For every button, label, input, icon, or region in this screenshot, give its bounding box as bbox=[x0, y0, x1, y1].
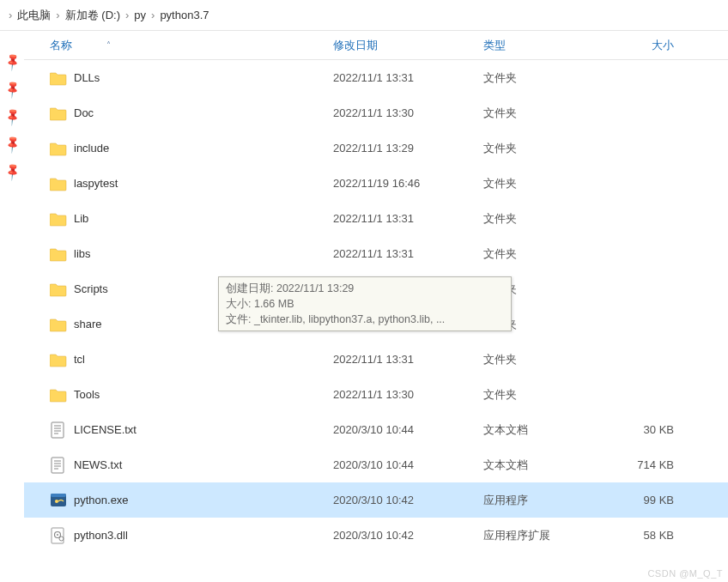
file-name-cell[interactable]: DLLs bbox=[50, 70, 333, 87]
crumb-item[interactable]: 新加卷 (D:) bbox=[65, 8, 120, 23]
file-row[interactable]: include2022/11/1 13:29文件夹 bbox=[24, 130, 728, 166]
file-type: 文件夹 bbox=[483, 70, 604, 86]
file-name: tcl bbox=[74, 353, 85, 366]
pin-icon[interactable]: 📌 bbox=[2, 106, 21, 126]
dll-icon bbox=[50, 527, 67, 544]
file-name-cell[interactable]: LICENSE.txt bbox=[50, 421, 333, 439]
pin-icon[interactable]: 📌 bbox=[2, 52, 21, 71]
file-row[interactable]: Lib2022/11/1 13:31文件夹 bbox=[24, 201, 728, 236]
folder-icon bbox=[50, 140, 67, 157]
txt-icon bbox=[50, 457, 67, 474]
tooltip-files: 文件: _tkinter.lib, libpython37.a, python3… bbox=[226, 312, 504, 327]
pin-icon[interactable]: 📌 bbox=[2, 134, 21, 154]
file-size: 714 KB bbox=[604, 458, 689, 471]
file-date: 2022/11/1 13:31 bbox=[333, 212, 483, 225]
file-date: 2020/3/10 10:44 bbox=[333, 423, 483, 436]
column-header-type[interactable]: 类型 bbox=[483, 38, 604, 53]
crumb-item[interactable]: py bbox=[134, 9, 146, 21]
folder-icon bbox=[50, 386, 67, 403]
file-date: 2020/3/10 10:44 bbox=[333, 458, 483, 471]
file-size: 58 KB bbox=[604, 529, 689, 542]
pin-icon[interactable]: 📌 bbox=[2, 161, 21, 181]
file-name: Scripts bbox=[74, 282, 108, 295]
file-name: include bbox=[74, 142, 109, 155]
file-row[interactable]: Doc2022/11/1 13:30文件夹 bbox=[24, 95, 728, 130]
folder-icon bbox=[50, 351, 67, 368]
folder-icon bbox=[50, 70, 67, 87]
file-name: Tools bbox=[74, 388, 100, 401]
file-row[interactable]: Tools2022/11/1 13:30文件夹 bbox=[24, 377, 728, 412]
file-date: 2022/11/1 13:30 bbox=[333, 106, 483, 119]
exe-icon bbox=[50, 492, 67, 509]
chevron-right-icon: › bbox=[120, 9, 134, 21]
file-row[interactable]: laspytest2022/11/19 16:46文件夹 bbox=[24, 166, 728, 201]
tooltip-created: 创建日期: 2022/11/1 13:29 bbox=[226, 281, 504, 296]
file-date: 2022/11/19 16:46 bbox=[333, 177, 483, 190]
column-header-name[interactable]: 名称 bbox=[50, 38, 72, 53]
file-row[interactable]: tcl2022/11/1 13:31文件夹 bbox=[24, 342, 728, 377]
crumb-item[interactable]: python3.7 bbox=[160, 9, 209, 21]
column-headers: 名称 ˄ 修改日期 类型 大小 bbox=[24, 31, 728, 60]
chevron-right-icon: › bbox=[3, 9, 17, 21]
txt-icon bbox=[50, 421, 67, 439]
crumb-item[interactable]: 此电脑 bbox=[17, 8, 51, 23]
file-name-cell[interactable]: python3.dll bbox=[50, 527, 333, 544]
file-name-cell[interactable]: NEWS.txt bbox=[50, 457, 333, 474]
tooltip-size: 大小: 1.66 MB bbox=[226, 296, 504, 312]
file-size: 30 KB bbox=[604, 423, 689, 436]
file-date: 2020/3/10 10:42 bbox=[333, 529, 483, 542]
file-name-cell[interactable]: tcl bbox=[50, 351, 333, 368]
quick-access-pins: 📌 📌 📌 📌 📌 bbox=[0, 31, 24, 582]
file-name: libs bbox=[74, 247, 91, 260]
sort-ascending-icon[interactable]: ˄ bbox=[106, 40, 111, 50]
file-name: Lib bbox=[74, 212, 88, 225]
file-row[interactable]: python3.dll2020/3/10 10:42应用程序扩展58 KB bbox=[24, 518, 728, 553]
file-name-cell[interactable]: python.exe bbox=[50, 492, 333, 509]
chevron-right-icon: › bbox=[146, 9, 160, 21]
file-type: 文件夹 bbox=[483, 246, 604, 262]
file-row[interactable]: LICENSE.txt2020/3/10 10:44文本文档30 KB bbox=[24, 412, 728, 447]
file-name: Doc bbox=[74, 106, 94, 119]
column-header-size[interactable]: 大小 bbox=[604, 38, 689, 53]
file-name-cell[interactable]: laspytest bbox=[50, 175, 333, 192]
file-type: 文件夹 bbox=[483, 352, 604, 367]
file-name-cell[interactable]: Tools bbox=[50, 386, 333, 403]
folder-tooltip: 创建日期: 2022/11/1 13:29 大小: 1.66 MB 文件: _t… bbox=[218, 276, 512, 331]
file-date: 2022/11/1 13:31 bbox=[333, 353, 483, 366]
pin-icon[interactable]: 📌 bbox=[2, 79, 21, 99]
file-name: NEWS.txt bbox=[74, 458, 122, 471]
file-row[interactable]: python.exe2020/3/10 10:42应用程序99 KB bbox=[24, 482, 728, 518]
file-type: 文件夹 bbox=[483, 141, 604, 156]
file-row[interactable]: libs2022/11/1 13:31文件夹 bbox=[24, 236, 728, 271]
file-date: 2022/11/1 13:31 bbox=[333, 247, 483, 260]
file-size: 99 KB bbox=[604, 494, 689, 506]
file-type: 文本文档 bbox=[483, 458, 604, 473]
file-row[interactable]: NEWS.txt2020/3/10 10:44文本文档714 KB bbox=[24, 447, 728, 482]
file-name: DLLs bbox=[74, 71, 100, 84]
file-type: 应用程序 bbox=[483, 493, 604, 508]
file-type: 文件夹 bbox=[483, 211, 604, 227]
file-name-cell[interactable]: Doc bbox=[50, 105, 333, 122]
file-name-cell[interactable]: Lib bbox=[50, 210, 333, 227]
file-type: 文件夹 bbox=[483, 106, 604, 121]
folder-icon bbox=[50, 105, 67, 122]
column-header-date[interactable]: 修改日期 bbox=[333, 38, 483, 53]
watermark: CSDN @M_Q_T bbox=[647, 568, 723, 579]
file-date: 2022/11/1 13:30 bbox=[333, 388, 483, 401]
file-name-cell[interactable]: include bbox=[50, 140, 333, 157]
file-name: LICENSE.txt bbox=[74, 423, 136, 436]
folder-icon bbox=[50, 246, 67, 263]
file-type: 文件夹 bbox=[483, 176, 604, 191]
file-date: 2022/11/1 13:31 bbox=[333, 71, 483, 84]
file-date: 2022/11/1 13:29 bbox=[333, 142, 483, 155]
file-type: 文件夹 bbox=[483, 387, 604, 403]
file-name-cell[interactable]: libs bbox=[50, 246, 333, 263]
folder-icon bbox=[50, 175, 67, 192]
file-row[interactable]: DLLs2022/11/1 13:31文件夹 bbox=[24, 60, 728, 95]
file-name: laspytest bbox=[74, 177, 118, 190]
file-name: python.exe bbox=[74, 494, 129, 506]
breadcrumb[interactable]: › 此电脑 › 新加卷 (D:) › py › python3.7 bbox=[0, 0, 728, 31]
folder-icon bbox=[50, 210, 67, 227]
folder-icon bbox=[50, 316, 67, 333]
file-name: python3.dll bbox=[74, 529, 128, 542]
